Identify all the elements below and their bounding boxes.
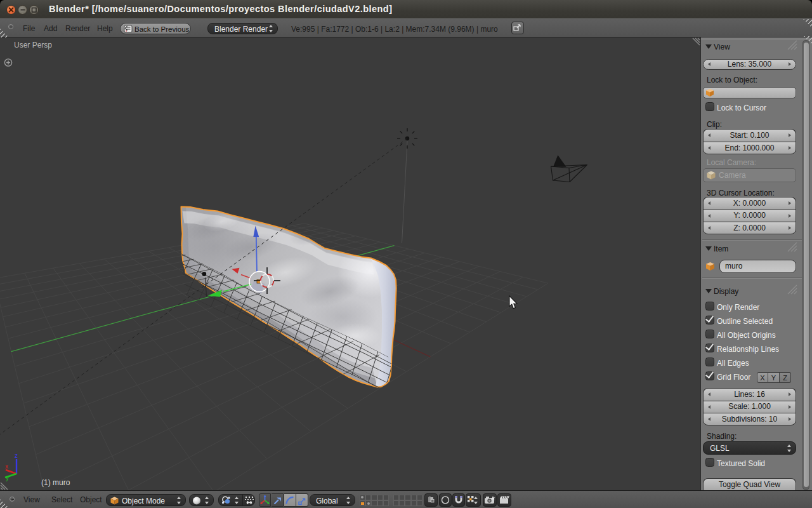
- svg-text:x: x: [5, 463, 8, 470]
- svg-text:y: y: [6, 474, 9, 481]
- svg-text:User Persp: User Persp: [14, 41, 52, 50]
- svg-text:z: z: [15, 452, 18, 459]
- svg-text:(1) muro: (1) muro: [41, 478, 70, 487]
